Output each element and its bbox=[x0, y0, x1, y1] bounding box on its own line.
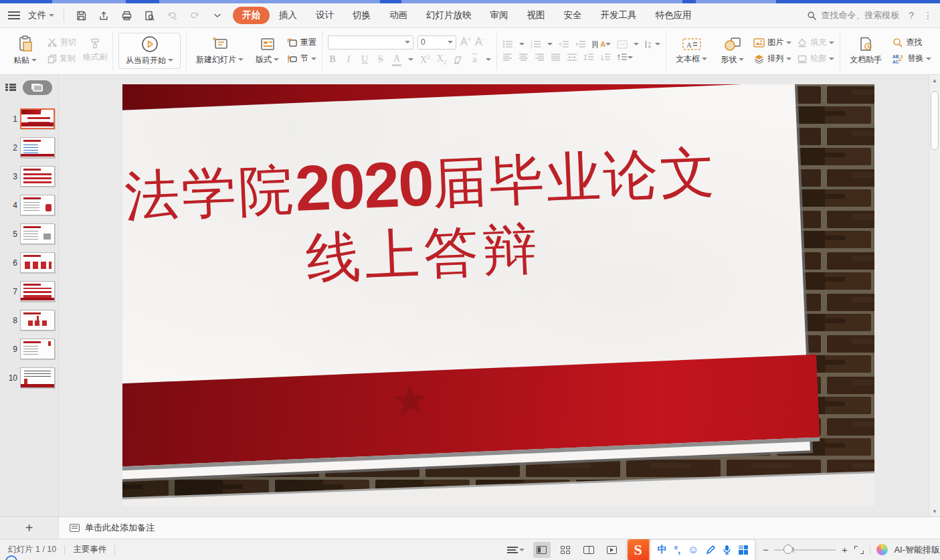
font-size-combo[interactable]: 0 bbox=[417, 35, 456, 50]
menu-tab-10[interactable]: 开发工具 bbox=[591, 7, 646, 24]
align-left-icon[interactable] bbox=[502, 54, 512, 61]
scroll-down-arrow[interactable]: ▼ bbox=[929, 506, 940, 517]
align-right-icon[interactable] bbox=[535, 54, 545, 61]
distribute-icon[interactable] bbox=[567, 54, 577, 61]
menu-tab-2[interactable]: 插入 bbox=[270, 7, 306, 24]
find-button[interactable]: 查找 bbox=[892, 37, 931, 48]
section-name[interactable]: 主要事件 bbox=[73, 544, 106, 555]
ime-handwriting-button[interactable] bbox=[706, 545, 715, 555]
slide-thumbnail-preview[interactable] bbox=[20, 281, 55, 302]
replace-button[interactable]: ABAC 替换 bbox=[892, 53, 931, 64]
slide-thumbnail-6[interactable]: 6 bbox=[0, 248, 58, 277]
slide-thumbnail-preview[interactable] bbox=[20, 195, 55, 215]
toolbar-options-chevron[interactable] bbox=[209, 7, 226, 23]
cut-button[interactable]: 剪切 bbox=[48, 37, 76, 48]
play-from-current-button[interactable]: 从当前开始 bbox=[118, 33, 181, 69]
zoom-slider[interactable] bbox=[774, 549, 836, 551]
menu-tab-7[interactable]: 审阅 bbox=[481, 7, 518, 24]
align-center-icon[interactable] bbox=[519, 54, 529, 61]
line-spacing-down-icon[interactable] bbox=[600, 54, 611, 62]
vertical-scrollbar[interactable]: ▲ ▼ bbox=[929, 75, 940, 517]
textbox-button[interactable]: A 文本框 bbox=[672, 35, 711, 66]
slide-thumbnail-preview[interactable] bbox=[20, 310, 55, 331]
menu-tab-9[interactable]: 安全 bbox=[555, 7, 591, 24]
slide-thumbnail-preview[interactable] bbox=[20, 166, 55, 187]
align-textbox-icon[interactable] bbox=[617, 40, 628, 49]
char-border-chevron[interactable] bbox=[486, 58, 491, 61]
menu-tab-5[interactable]: 动画 bbox=[380, 7, 417, 24]
add-slide-button[interactable]: + bbox=[0, 517, 59, 539]
outline-view-icon[interactable] bbox=[5, 84, 16, 92]
title-paper-sheet[interactable]: 法学院2020届毕业论文 线上答辩 bbox=[122, 84, 810, 480]
redo-button[interactable] bbox=[186, 7, 203, 23]
slide-editing-area[interactable]: 法学院2020届毕业论文 线上答辩 bbox=[122, 84, 874, 506]
arrange-button[interactable]: 排列 bbox=[753, 53, 791, 64]
slide-thumbnail-preview[interactable] bbox=[20, 137, 55, 158]
scrollbar-thumb[interactable] bbox=[931, 91, 939, 150]
slideshow-view-button[interactable] bbox=[603, 542, 621, 558]
slide-thumbnail-preview[interactable] bbox=[20, 339, 55, 359]
decrease-font-button[interactable]: A- bbox=[475, 36, 484, 48]
menu-tab-8[interactable]: 视图 bbox=[518, 7, 555, 24]
menu-tab-1[interactable]: 开始 bbox=[233, 7, 270, 24]
slide-thumbnail-preview[interactable] bbox=[20, 223, 55, 244]
font-color-chevron[interactable] bbox=[408, 58, 413, 61]
slide-thumbnail-1[interactable]: 1 bbox=[0, 104, 58, 133]
save-button[interactable] bbox=[72, 7, 90, 23]
scrollbar-track[interactable] bbox=[929, 86, 940, 506]
text-direction-button[interactable]: A bbox=[592, 40, 611, 49]
paragraph-spacing-button[interactable] bbox=[617, 54, 633, 62]
command-search[interactable]: 查找命令、搜索模板 bbox=[807, 9, 899, 21]
reading-view-button[interactable] bbox=[580, 542, 597, 558]
clear-format-icon[interactable] bbox=[453, 56, 463, 64]
slide-thumbnail-4[interactable]: 4 bbox=[0, 191, 58, 219]
bold-button[interactable]: B bbox=[328, 54, 337, 65]
slide-thumbnail-8[interactable]: 8 bbox=[0, 306, 58, 335]
fill-button[interactable]: 填充 bbox=[797, 37, 834, 48]
hamburger-menu-icon[interactable] bbox=[8, 11, 20, 19]
decrease-indent-icon[interactable] bbox=[559, 40, 569, 48]
help-button[interactable]: ? bbox=[909, 10, 914, 21]
ime-language-toggle[interactable]: 中 bbox=[658, 544, 667, 556]
ime-emoji-button[interactable]: ☺ bbox=[688, 544, 698, 556]
paste-button[interactable]: 粘贴 bbox=[9, 34, 41, 68]
picture-button[interactable]: 图片 bbox=[753, 37, 791, 48]
zoom-slider-knob[interactable] bbox=[783, 545, 793, 554]
ime-punctuation-toggle[interactable]: °, bbox=[674, 545, 681, 555]
normal-view-button[interactable] bbox=[533, 542, 551, 558]
font-name-combo[interactable] bbox=[328, 35, 413, 50]
slide-thumbnail-3[interactable]: 3 bbox=[0, 162, 58, 191]
justify-icon[interactable] bbox=[551, 54, 561, 61]
italic-button[interactable]: I bbox=[344, 54, 353, 65]
shapes-button[interactable]: 形状 bbox=[717, 35, 748, 67]
slide-thumbnail-preview[interactable] bbox=[20, 252, 55, 273]
font-color-button[interactable]: A bbox=[392, 54, 401, 66]
numbering-icon[interactable]: 123 bbox=[531, 40, 541, 48]
subscript-button[interactable]: X2 bbox=[437, 54, 447, 66]
ime-voice-button[interactable] bbox=[723, 545, 731, 555]
copy-button[interactable]: 复制 bbox=[48, 53, 76, 64]
thumbnail-view-toggle[interactable] bbox=[23, 80, 52, 95]
reset-button[interactable]: 重置 bbox=[287, 37, 316, 48]
ime-toolbox-button[interactable] bbox=[739, 545, 748, 555]
slide-sorter-view-button[interactable] bbox=[557, 542, 574, 558]
outline-button[interactable]: 轮廓 bbox=[797, 53, 834, 64]
slide-thumbnail-preview[interactable] bbox=[20, 108, 55, 129]
superscript-button[interactable]: X2 bbox=[420, 54, 430, 66]
slide-thumbnail-2[interactable]: 2 bbox=[0, 133, 58, 162]
zoom-out-button[interactable]: − bbox=[761, 544, 769, 555]
increase-font-button[interactable]: A+ bbox=[460, 36, 471, 48]
slide-thumbnail-5[interactable]: 5 bbox=[0, 219, 58, 248]
underline-button[interactable]: U bbox=[360, 54, 369, 65]
fit-slide-button[interactable] bbox=[854, 546, 864, 554]
ai-layout-icon[interactable] bbox=[876, 544, 888, 555]
strikethrough-button[interactable]: S bbox=[376, 54, 385, 65]
slide-title[interactable]: 法学院2020届毕业论文 线上答辩 bbox=[122, 131, 766, 302]
file-menu[interactable]: 文件 bbox=[27, 7, 56, 24]
columns-button[interactable]: AB bbox=[645, 40, 660, 49]
print-button[interactable] bbox=[118, 7, 135, 23]
slide-thumbnail-9[interactable]: 9 bbox=[0, 335, 58, 363]
new-slide-button[interactable]: 新建幻灯片 bbox=[192, 35, 248, 67]
undo-button[interactable] bbox=[163, 7, 181, 23]
ai-layout-label[interactable]: AI-智能排版 bbox=[894, 544, 940, 556]
